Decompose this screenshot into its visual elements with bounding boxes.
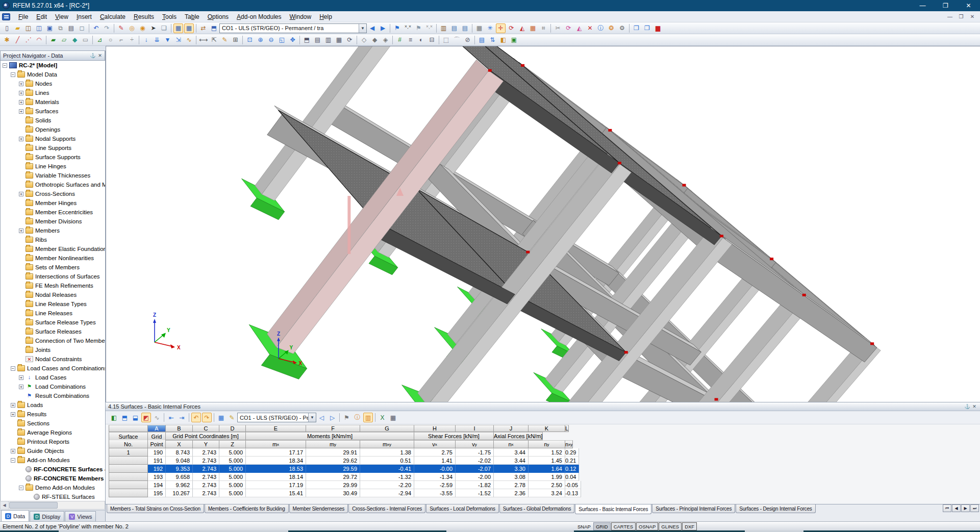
minimize-button[interactable]: — <box>911 0 934 11</box>
node-icon[interactable]: ✱ <box>2 35 12 45</box>
hinge-icon[interactable]: ○ <box>106 35 115 45</box>
delete-icon[interactable]: ✕ <box>585 23 595 33</box>
scroll-left-icon[interactable]: ◀ <box>1 501 9 509</box>
cell[interactable]: -0.05 <box>565 481 581 489</box>
cell[interactable]: 190 <box>148 448 166 457</box>
tab-nav-3[interactable]: ⏭ <box>970 504 979 512</box>
tree-item-member-nonlinearities[interactable]: Member Nonlinearities <box>1 254 105 263</box>
pin-icon[interactable]: ⚓ <box>89 52 96 59</box>
deselect-icon[interactable]: ⊘ <box>463 35 472 45</box>
tree-item-load-cases[interactable]: +↓Load Cases <box>1 373 105 382</box>
cell[interactable]: 29.72 <box>306 473 360 481</box>
cell[interactable]: 5.000 <box>219 448 246 457</box>
table-row-193[interactable]: 1939.6582.7435.00018.1429.72-1.32-1.34-2… <box>109 473 581 481</box>
column-letter-L[interactable]: L <box>565 425 569 432</box>
table-filter-icon[interactable]: ◧ <box>109 413 119 422</box>
cell[interactable]: 29.91 <box>306 448 360 457</box>
cell[interactable]: 2.36 <box>494 489 529 497</box>
column-letter-F[interactable]: F <box>306 425 360 432</box>
tree-item-rf-concrete-members[interactable]: RF-CONCRETE Members - <box>1 474 105 483</box>
cell[interactable]: 0.51 <box>360 457 414 465</box>
member-icon[interactable]: ▰ <box>48 35 58 45</box>
z-view-icon[interactable]: ▦ <box>334 35 344 45</box>
panel-close-icon[interactable]: ✕ <box>971 403 978 410</box>
table-down-icon[interactable]: ⬓ <box>131 413 140 422</box>
cell[interactable]: 5.000 <box>219 489 246 497</box>
cell[interactable]: 29.99 <box>306 481 360 489</box>
tree-item-line-hinges[interactable]: Line Hinges <box>1 162 105 171</box>
col-right-icon[interactable]: ⇥ <box>177 413 187 422</box>
column-letter-E[interactable]: E <box>246 425 306 432</box>
line-icon[interactable]: ╱ <box>13 35 22 45</box>
cell[interactable]: 2.743 <box>193 465 219 473</box>
tree-item-members[interactable]: +Members <box>1 226 105 235</box>
excel-icon[interactable]: X <box>378 413 387 422</box>
chart-icon[interactable]: ▥ <box>363 413 373 422</box>
filter-icon[interactable]: ⚑ <box>342 413 351 422</box>
tree-item-add-on-modules[interactable]: −Add-on Modules <box>1 455 105 465</box>
status-toggle-glines[interactable]: GLINES <box>659 522 682 530</box>
table-row-191[interactable]: 1919.0482.7435.00018.3429.620.511.41-2.0… <box>109 457 581 465</box>
table-view-icon[interactable]: ▦ <box>216 413 226 422</box>
tree-item-demo-add-on-modules[interactable]: −Demo Add-on Modules <box>1 483 105 492</box>
cell[interactable]: -2.20 <box>360 481 414 489</box>
scroll-thumb[interactable] <box>9 502 58 509</box>
cell[interactable]: 18.34 <box>246 457 306 465</box>
tree-item-line-release-types[interactable]: Line Release Types <box>1 299 105 309</box>
model-viewport[interactable]: ZXYZXY <box>106 46 980 402</box>
tree-item-cross-sections[interactable]: +Cross-Sections <box>1 189 105 198</box>
cell[interactable]: 3.08 <box>494 473 529 481</box>
mdi-close-button[interactable]: ✕ <box>967 13 978 21</box>
tree-item-result-combinations[interactable]: ⚑Result Combinations <box>1 391 105 400</box>
column-letter-H[interactable]: H <box>414 425 456 432</box>
tab-nav-1[interactable]: ◀ <box>952 504 961 512</box>
expand-icon[interactable]: + <box>19 137 23 141</box>
expand-icon[interactable]: + <box>19 192 23 196</box>
tree-item-connection-of-two-membe[interactable]: Connection of Two Membe <box>1 336 105 345</box>
osnap-icon[interactable]: ◉ <box>138 23 147 33</box>
cell[interactable]: 1.64 <box>529 465 565 473</box>
table-edit-icon[interactable]: ✎ <box>227 413 237 422</box>
cell[interactable]: 191 <box>148 457 166 465</box>
calculator-icon[interactable]: ▦ <box>388 413 398 422</box>
cell[interactable]: -1.32 <box>360 473 414 481</box>
margin-icon[interactable]: ⊞ <box>231 35 240 45</box>
cell[interactable]: 18.53 <box>246 465 306 473</box>
results-tab-member-slendernesses[interactable]: Member Slendernesses <box>289 504 348 513</box>
redo-table-icon[interactable]: ↷ <box>202 413 212 422</box>
show-results2-icon[interactable]: ⚑ <box>414 23 423 33</box>
status-toggle-grid[interactable]: GRID <box>593 522 611 530</box>
tree-item-member-eccentricities[interactable]: Member Eccentricities <box>1 208 105 217</box>
status-toggle-osnap[interactable]: OSNAP <box>636 522 658 530</box>
open-project-icon[interactable]: ◫ <box>23 23 33 33</box>
cell[interactable]: -1.75 <box>456 448 494 457</box>
column-letter-B[interactable]: B <box>166 425 193 432</box>
collapse-icon[interactable]: − <box>11 458 15 463</box>
arc-icon[interactable]: ◠ <box>34 35 44 45</box>
cell[interactable]: 0.12 <box>565 465 579 473</box>
collapse-icon[interactable]: − <box>19 486 23 490</box>
cell[interactable]: 5.000 <box>219 465 246 473</box>
cell[interactable]: 193 <box>148 473 166 481</box>
check-icon[interactable]: ▤ <box>449 23 459 33</box>
row-header[interactable] <box>109 457 148 465</box>
mesh-settings-icon[interactable]: ✳ <box>485 23 495 33</box>
cell[interactable]: 1.38 <box>360 448 414 457</box>
table-result-icon[interactable]: ◩ <box>141 413 151 422</box>
column-letter-C[interactable]: C <box>193 425 219 432</box>
cell[interactable]: 30.49 <box>306 489 360 497</box>
tree-item-variable-thicknesses[interactable]: Variable Thicknesses <box>1 171 105 180</box>
wire-icon[interactable]: ◇ <box>359 35 369 45</box>
regenerate-icon[interactable]: ⇄ <box>198 23 208 33</box>
table-dock-icon[interactable]: ▦ <box>184 23 194 33</box>
color-icon[interactable]: ◧ <box>498 35 508 45</box>
tree-item-openings[interactable]: Openings <box>1 125 105 134</box>
table-row-190[interactable]: 11908.7432.7435.00017.1729.911.382.75-1.… <box>109 448 581 457</box>
imperfection-icon[interactable]: ∿ <box>184 35 194 45</box>
cell[interactable]: -1.52 <box>456 489 494 497</box>
load-case-icon[interactable]: ⬒ <box>209 23 219 33</box>
cell[interactable]: 192 <box>148 465 166 473</box>
row-header[interactable] <box>109 489 148 497</box>
menu-table[interactable]: Table <box>181 12 204 21</box>
cell[interactable]: 0.04 <box>565 473 579 481</box>
